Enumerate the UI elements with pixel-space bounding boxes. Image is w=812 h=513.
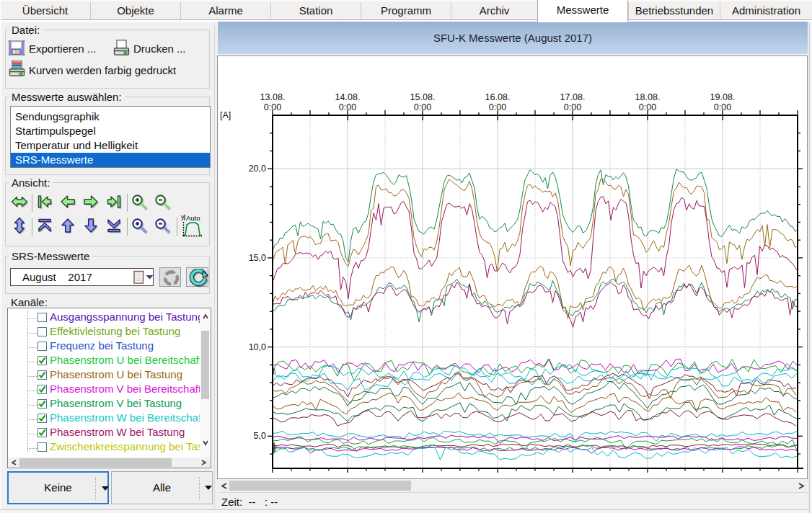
svg-text:0:00: 0:00 xyxy=(339,102,356,112)
svg-text:19.08.: 19.08. xyxy=(710,92,736,102)
svg-text:14.08.: 14.08. xyxy=(335,92,361,102)
svg-text:Auto: Auto xyxy=(186,214,200,222)
svg-text:0:00: 0:00 xyxy=(414,102,431,112)
svg-text:10,0: 10,0 xyxy=(249,342,266,352)
svg-text:18.08.: 18.08. xyxy=(635,92,661,102)
svg-text:17.08.: 17.08. xyxy=(560,92,586,102)
svg-text:0:00: 0:00 xyxy=(564,102,581,112)
svg-text:15,0: 15,0 xyxy=(249,253,266,263)
svg-text:y: y xyxy=(181,213,185,220)
svg-text:13.08.: 13.08. xyxy=(260,92,286,102)
svg-text:0:00: 0:00 xyxy=(714,102,731,112)
svg-text:16.08.: 16.08. xyxy=(485,92,511,102)
svg-text:0:00: 0:00 xyxy=(489,102,506,112)
svg-text:15.08.: 15.08. xyxy=(410,92,436,102)
svg-text:0:00: 0:00 xyxy=(639,102,656,112)
svg-text:20,0: 20,0 xyxy=(249,164,266,174)
svg-text:[A]: [A] xyxy=(220,110,231,120)
svg-text:0:00: 0:00 xyxy=(264,102,281,112)
svg-text:5,0: 5,0 xyxy=(254,431,266,441)
